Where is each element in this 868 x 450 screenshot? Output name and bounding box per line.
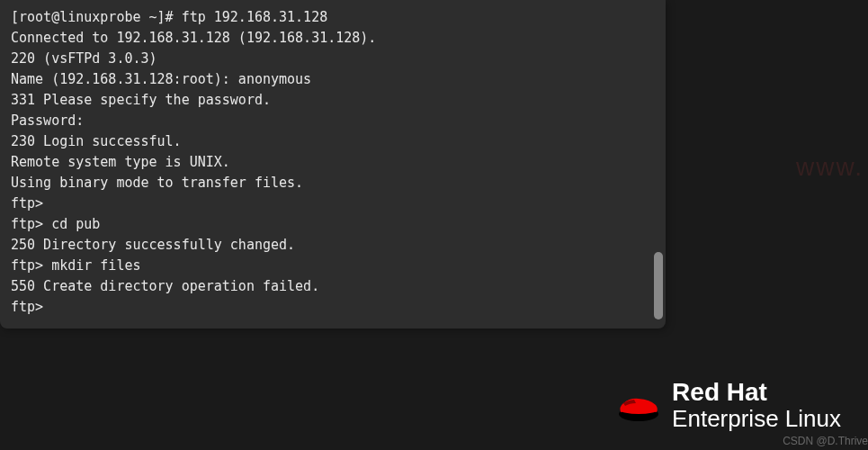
terminal-line: ftp> bbox=[11, 194, 655, 214]
terminal-line: ftp> mkdir files bbox=[11, 256, 655, 276]
terminal-line: Password: bbox=[11, 111, 655, 131]
terminal-window[interactable]: [root@linuxprobe ~]# ftp 192.168.31.128 … bbox=[0, 0, 666, 328]
terminal-line: 250 Directory successfully changed. bbox=[11, 235, 655, 256]
terminal-line: ftp> cd pub bbox=[11, 214, 655, 235]
terminal-line: Remote system type is UNIX. bbox=[11, 152, 655, 173]
terminal-line: Name (192.168.31.128:root): anonymous bbox=[11, 69, 655, 90]
terminal-line: 550 Create directory operation failed. bbox=[11, 276, 655, 297]
terminal-line: 220 (vsFTPd 3.0.3) bbox=[11, 49, 655, 69]
terminal-line: ftp> bbox=[11, 297, 655, 318]
logo-line2: Enterprise Linux bbox=[672, 406, 841, 432]
redhat-logo-area: Red Hat Enterprise Linux bbox=[616, 379, 841, 432]
terminal-line: [root@linuxprobe ~]# ftp 192.168.31.128 bbox=[11, 7, 655, 28]
terminal-line: 230 Login successful. bbox=[11, 131, 655, 152]
svg-point-1 bbox=[621, 407, 657, 414]
watermark-text: www. bbox=[796, 153, 864, 182]
terminal-line: Connected to 192.168.31.128 (192.168.31.… bbox=[11, 28, 655, 49]
credit-text: CSDN @D.Thrive bbox=[783, 435, 868, 447]
logo-line1: Red Hat bbox=[672, 379, 841, 407]
redhat-logo-text: Red Hat Enterprise Linux bbox=[672, 379, 841, 432]
terminal-line: Using binary mode to transfer files. bbox=[11, 173, 655, 194]
scrollbar-thumb[interactable] bbox=[654, 252, 663, 320]
redhat-fedora-icon bbox=[616, 387, 661, 423]
terminal-line: 331 Please specify the password. bbox=[11, 90, 655, 111]
